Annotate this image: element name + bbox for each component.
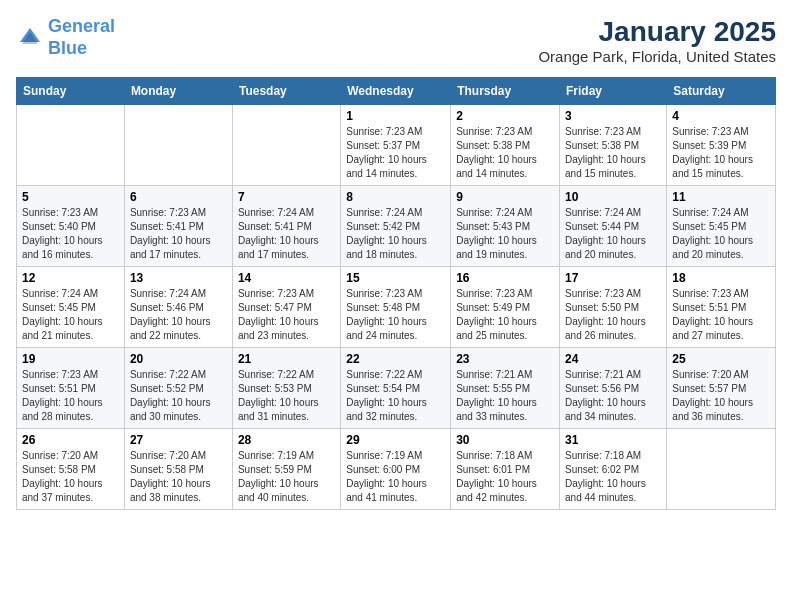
day-number: 12 [22, 271, 119, 285]
calendar-cell: 11Sunrise: 7:24 AM Sunset: 5:45 PM Dayli… [667, 186, 776, 267]
day-number: 14 [238, 271, 335, 285]
weekday-header: Saturday [667, 78, 776, 105]
day-number: 15 [346, 271, 445, 285]
calendar-subtitle: Orange Park, Florida, United States [538, 48, 776, 65]
calendar-week-row: 1Sunrise: 7:23 AM Sunset: 5:37 PM Daylig… [17, 105, 776, 186]
day-number: 22 [346, 352, 445, 366]
day-info: Sunrise: 7:21 AM Sunset: 5:55 PM Dayligh… [456, 368, 554, 424]
day-info: Sunrise: 7:23 AM Sunset: 5:47 PM Dayligh… [238, 287, 335, 343]
day-number: 16 [456, 271, 554, 285]
day-info: Sunrise: 7:23 AM Sunset: 5:50 PM Dayligh… [565, 287, 661, 343]
logo-icon [16, 24, 44, 52]
day-info: Sunrise: 7:18 AM Sunset: 6:02 PM Dayligh… [565, 449, 661, 505]
day-info: Sunrise: 7:23 AM Sunset: 5:40 PM Dayligh… [22, 206, 119, 262]
calendar-cell: 22Sunrise: 7:22 AM Sunset: 5:54 PM Dayli… [341, 348, 451, 429]
day-info: Sunrise: 7:23 AM Sunset: 5:39 PM Dayligh… [672, 125, 770, 181]
day-info: Sunrise: 7:18 AM Sunset: 6:01 PM Dayligh… [456, 449, 554, 505]
day-number: 13 [130, 271, 227, 285]
day-info: Sunrise: 7:23 AM Sunset: 5:38 PM Dayligh… [565, 125, 661, 181]
day-number: 4 [672, 109, 770, 123]
calendar-cell: 12Sunrise: 7:24 AM Sunset: 5:45 PM Dayli… [17, 267, 125, 348]
day-number: 18 [672, 271, 770, 285]
day-info: Sunrise: 7:23 AM Sunset: 5:51 PM Dayligh… [672, 287, 770, 343]
day-info: Sunrise: 7:24 AM Sunset: 5:42 PM Dayligh… [346, 206, 445, 262]
day-number: 19 [22, 352, 119, 366]
day-number: 11 [672, 190, 770, 204]
calendar-cell: 6Sunrise: 7:23 AM Sunset: 5:41 PM Daylig… [124, 186, 232, 267]
calendar-cell: 15Sunrise: 7:23 AM Sunset: 5:48 PM Dayli… [341, 267, 451, 348]
day-info: Sunrise: 7:22 AM Sunset: 5:54 PM Dayligh… [346, 368, 445, 424]
calendar-week-row: 5Sunrise: 7:23 AM Sunset: 5:40 PM Daylig… [17, 186, 776, 267]
day-number: 27 [130, 433, 227, 447]
day-number: 6 [130, 190, 227, 204]
day-info: Sunrise: 7:23 AM Sunset: 5:37 PM Dayligh… [346, 125, 445, 181]
day-number: 9 [456, 190, 554, 204]
weekday-header: Monday [124, 78, 232, 105]
day-number: 10 [565, 190, 661, 204]
calendar-cell [124, 105, 232, 186]
day-info: Sunrise: 7:22 AM Sunset: 5:53 PM Dayligh… [238, 368, 335, 424]
day-number: 17 [565, 271, 661, 285]
weekday-header: Tuesday [232, 78, 340, 105]
day-info: Sunrise: 7:22 AM Sunset: 5:52 PM Dayligh… [130, 368, 227, 424]
day-number: 20 [130, 352, 227, 366]
weekday-header: Sunday [17, 78, 125, 105]
weekday-header: Thursday [451, 78, 560, 105]
calendar-cell: 8Sunrise: 7:24 AM Sunset: 5:42 PM Daylig… [341, 186, 451, 267]
day-number: 1 [346, 109, 445, 123]
day-number: 29 [346, 433, 445, 447]
calendar-week-row: 26Sunrise: 7:20 AM Sunset: 5:58 PM Dayli… [17, 429, 776, 510]
logo-line1: General [48, 16, 115, 36]
day-number: 5 [22, 190, 119, 204]
calendar-table: SundayMondayTuesdayWednesdayThursdayFrid… [16, 77, 776, 510]
calendar-cell: 25Sunrise: 7:20 AM Sunset: 5:57 PM Dayli… [667, 348, 776, 429]
calendar-cell: 19Sunrise: 7:23 AM Sunset: 5:51 PM Dayli… [17, 348, 125, 429]
day-number: 28 [238, 433, 335, 447]
calendar-cell: 9Sunrise: 7:24 AM Sunset: 5:43 PM Daylig… [451, 186, 560, 267]
day-info: Sunrise: 7:24 AM Sunset: 5:41 PM Dayligh… [238, 206, 335, 262]
calendar-cell: 31Sunrise: 7:18 AM Sunset: 6:02 PM Dayli… [560, 429, 667, 510]
day-info: Sunrise: 7:19 AM Sunset: 6:00 PM Dayligh… [346, 449, 445, 505]
day-info: Sunrise: 7:20 AM Sunset: 5:58 PM Dayligh… [22, 449, 119, 505]
day-info: Sunrise: 7:23 AM Sunset: 5:41 PM Dayligh… [130, 206, 227, 262]
calendar-cell: 18Sunrise: 7:23 AM Sunset: 5:51 PM Dayli… [667, 267, 776, 348]
day-info: Sunrise: 7:21 AM Sunset: 5:56 PM Dayligh… [565, 368, 661, 424]
day-info: Sunrise: 7:23 AM Sunset: 5:51 PM Dayligh… [22, 368, 119, 424]
calendar-cell: 4Sunrise: 7:23 AM Sunset: 5:39 PM Daylig… [667, 105, 776, 186]
day-number: 21 [238, 352, 335, 366]
day-number: 24 [565, 352, 661, 366]
day-info: Sunrise: 7:24 AM Sunset: 5:45 PM Dayligh… [22, 287, 119, 343]
calendar-cell: 16Sunrise: 7:23 AM Sunset: 5:49 PM Dayli… [451, 267, 560, 348]
title-block: January 2025 Orange Park, Florida, Unite… [538, 16, 776, 65]
header-row: SundayMondayTuesdayWednesdayThursdayFrid… [17, 78, 776, 105]
logo: General Blue [16, 16, 115, 59]
calendar-cell: 13Sunrise: 7:24 AM Sunset: 5:46 PM Dayli… [124, 267, 232, 348]
calendar-cell: 3Sunrise: 7:23 AM Sunset: 5:38 PM Daylig… [560, 105, 667, 186]
calendar-cell: 20Sunrise: 7:22 AM Sunset: 5:52 PM Dayli… [124, 348, 232, 429]
weekday-header: Friday [560, 78, 667, 105]
calendar-cell: 5Sunrise: 7:23 AM Sunset: 5:40 PM Daylig… [17, 186, 125, 267]
day-number: 8 [346, 190, 445, 204]
calendar-cell: 29Sunrise: 7:19 AM Sunset: 6:00 PM Dayli… [341, 429, 451, 510]
day-info: Sunrise: 7:19 AM Sunset: 5:59 PM Dayligh… [238, 449, 335, 505]
logo-text: General Blue [48, 16, 115, 59]
calendar-cell: 23Sunrise: 7:21 AM Sunset: 5:55 PM Dayli… [451, 348, 560, 429]
day-info: Sunrise: 7:23 AM Sunset: 5:49 PM Dayligh… [456, 287, 554, 343]
day-number: 31 [565, 433, 661, 447]
calendar-cell [17, 105, 125, 186]
day-info: Sunrise: 7:20 AM Sunset: 5:58 PM Dayligh… [130, 449, 227, 505]
day-info: Sunrise: 7:23 AM Sunset: 5:38 PM Dayligh… [456, 125, 554, 181]
calendar-cell [667, 429, 776, 510]
calendar-cell: 21Sunrise: 7:22 AM Sunset: 5:53 PM Dayli… [232, 348, 340, 429]
calendar-week-row: 12Sunrise: 7:24 AM Sunset: 5:45 PM Dayli… [17, 267, 776, 348]
day-number: 25 [672, 352, 770, 366]
day-number: 3 [565, 109, 661, 123]
calendar-cell [232, 105, 340, 186]
calendar-cell: 10Sunrise: 7:24 AM Sunset: 5:44 PM Dayli… [560, 186, 667, 267]
calendar-cell: 26Sunrise: 7:20 AM Sunset: 5:58 PM Dayli… [17, 429, 125, 510]
calendar-cell: 27Sunrise: 7:20 AM Sunset: 5:58 PM Dayli… [124, 429, 232, 510]
logo-line2: Blue [48, 38, 87, 58]
day-info: Sunrise: 7:24 AM Sunset: 5:43 PM Dayligh… [456, 206, 554, 262]
calendar-cell: 1Sunrise: 7:23 AM Sunset: 5:37 PM Daylig… [341, 105, 451, 186]
calendar-cell: 7Sunrise: 7:24 AM Sunset: 5:41 PM Daylig… [232, 186, 340, 267]
